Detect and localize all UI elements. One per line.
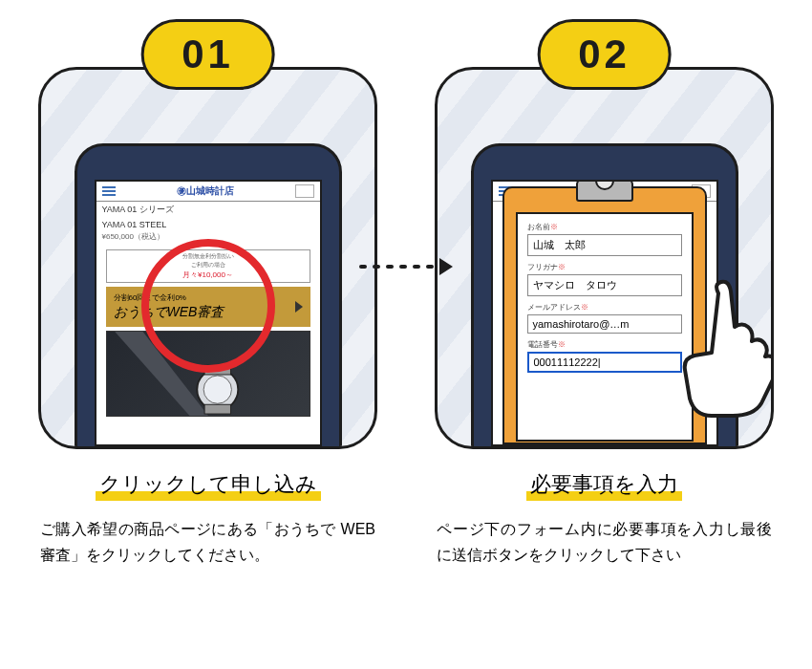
product-image	[106, 331, 310, 417]
arrow-right-dashed-icon	[359, 258, 453, 275]
step-description: ページ下のフォーム内に必要事項を入力し最後に送信ボタンをクリックして下さい	[435, 516, 774, 568]
step-caption: クリックして申し込み ご購入希望の商品ページにある「おうちで WEB 審査」をク…	[38, 470, 377, 568]
mock-topbar: ㊝山城時計店	[96, 182, 320, 202]
banner-line2: ご利用の場合	[109, 261, 308, 270]
step-title: 必要事項を入力	[526, 470, 682, 499]
step-number-badge: 01	[140, 19, 275, 90]
form-field-email: メールアドレス※ yamashirotaro@…m	[527, 302, 682, 334]
field-label: フリガナ※	[527, 262, 682, 272]
mini-banner: 分割無金利分割払い ご利用の場合 月々¥10,000～	[106, 249, 310, 283]
step-title: クリックして申し込み	[96, 470, 321, 499]
illustration-panel: ㊝山城時計店 YAMA 01 シリーズ YAMA 01 STEEL ¥650,0…	[38, 67, 377, 449]
clipboard-clip-icon	[576, 180, 633, 202]
field-label: お名前※	[527, 222, 682, 232]
brand-logo: ㊝山城時計店	[177, 184, 234, 198]
cta-subtitle: 分割60回まで金利0%	[114, 292, 303, 303]
furigana-input[interactable]: ヤマシロ タロウ	[527, 274, 682, 296]
phone-screen: ㊝山城時計店 YAMA 01 シリーズ YAMA 01 STEEL ¥650,0…	[95, 180, 322, 446]
step-caption: 必要事項を入力 ページ下のフォーム内に必要事項を入力し最後に送信ボタンをクリック…	[435, 470, 774, 568]
svg-rect-3	[204, 404, 230, 414]
banner-line1: 分割無金利分割払い	[109, 252, 308, 261]
cart-icon	[295, 184, 314, 198]
step-description: ご購入希望の商品ページにある「おうちで WEB 審査」をクリックしてください。	[38, 516, 377, 568]
step-02: 02 ㊝山城時計店 お名前※ 山城 太郎	[435, 19, 774, 568]
email-input[interactable]: yamashirotaro@…m	[527, 314, 682, 334]
step-number-badge: 02	[537, 19, 672, 90]
product-name: YAMA 01 STEEL	[96, 218, 320, 231]
phone-frame: ㊝山城時計店 YAMA 01 シリーズ YAMA 01 STEEL ¥650,0…	[75, 143, 342, 449]
chevron-right-icon	[295, 301, 303, 313]
step-01: 01 ㊝山城時計店 YAMA 01 シリーズ YAMA 01 STEEL ¥65…	[38, 19, 377, 568]
form-field-phone: 電話番号※ 00011112222|	[527, 339, 682, 373]
svg-rect-2	[204, 365, 230, 375]
pointing-hand-icon	[666, 274, 774, 418]
name-input[interactable]: 山城 太郎	[527, 234, 682, 256]
hamburger-icon	[102, 184, 116, 198]
form-field-furigana: フリガナ※ ヤマシロ タロウ	[527, 262, 682, 296]
web-review-cta-button[interactable]: 分割60回まで金利0% おうちでWEB審査	[106, 287, 310, 327]
form-field-name: お名前※ 山城 太郎	[527, 222, 682, 256]
svg-point-1	[203, 376, 231, 403]
phone-input[interactable]: 00011112222|	[527, 352, 682, 373]
field-label: 電話番号※	[527, 339, 682, 350]
product-series: YAMA 01 シリーズ	[96, 202, 320, 218]
product-price: ¥650,000（税込）	[96, 231, 320, 246]
illustration-panel: ㊝山城時計店 お名前※ 山城 太郎 フリガナ※ ヤマシロ タ	[435, 67, 774, 449]
banner-monthly: 月々¥10,000～	[109, 270, 308, 280]
watch-illustration	[107, 332, 310, 416]
field-label: メールアドレス※	[527, 302, 682, 313]
cta-title: おうちでWEB審査	[114, 304, 224, 319]
